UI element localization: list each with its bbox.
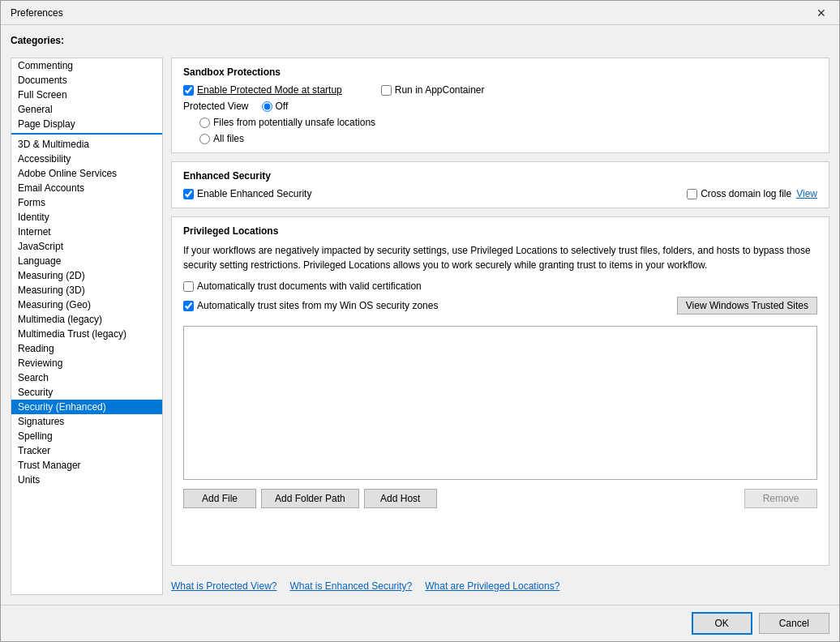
add-folder-button[interactable]: Add Folder Path [261, 489, 359, 508]
sidebar-item-multimedia-legacy[interactable]: Multimedia (legacy) [11, 312, 162, 327]
sidebar-item-internet[interactable]: Internet [11, 225, 162, 239]
sidebar-item-tracker[interactable]: Tracker [11, 443, 162, 458]
auto-trust-sites-checkbox[interactable] [183, 301, 194, 311]
sidebar-item-measuring-2d[interactable]: Measuring (2D) [11, 268, 162, 283]
add-host-button[interactable]: Add Host [364, 489, 437, 508]
sidebar-item-forms[interactable]: Forms [11, 195, 162, 210]
radio-all-row: All files [199, 133, 817, 144]
radio-unsafe-row: Files from potentially unsafe locations [199, 117, 817, 128]
enable-enhanced-label[interactable]: Enable Enhanced Security [183, 188, 311, 199]
sidebar-item-units[interactable]: Units [11, 473, 162, 487]
sidebar-item-security-enhanced[interactable]: Security (Enhanced) [11, 400, 162, 414]
main-content: Commenting Documents Full Screen General… [11, 58, 829, 595]
protected-view-label: Protected View [183, 101, 249, 112]
enable-enhanced-text: Enable Enhanced Security [197, 188, 311, 199]
help-links-row: What is Protected View? What is Enhanced… [171, 574, 829, 595]
sidebar-item-email-accounts[interactable]: Email Accounts [11, 181, 162, 195]
enable-protected-mode-label[interactable]: Enable Protected Mode at startup [183, 84, 342, 96]
enable-enhanced-checkbox[interactable] [183, 189, 194, 199]
ok-button[interactable]: OK [692, 612, 752, 635]
add-buttons-row: Add File Add Folder Path Add Host Remove [183, 489, 817, 508]
enhanced-security-help-link[interactable]: What is Enhanced Security? [290, 580, 413, 592]
sidebar: Commenting Documents Full Screen General… [11, 58, 163, 595]
add-file-button[interactable]: Add File [183, 489, 256, 508]
auto-trust-sites-text: Automatically trust sites from my Win OS… [197, 300, 438, 311]
auto-trust-sites-label[interactable]: Automatically trust sites from my Win OS… [183, 300, 438, 311]
sidebar-item-measuring-geo[interactable]: Measuring (Geo) [11, 297, 162, 312]
enable-protected-mode-checkbox[interactable] [183, 85, 194, 96]
enhanced-row: Enable Enhanced Security Cross domain lo… [183, 188, 817, 199]
close-button[interactable]: ✕ [813, 5, 829, 21]
content-panel: Sandbox Protections Enable Protected Mod… [171, 58, 829, 595]
radio-unsafe-text: Files from potentially unsafe locations [213, 117, 375, 128]
sidebar-item-spelling[interactable]: Spelling [11, 429, 162, 443]
privileged-locations-help-link[interactable]: What are Privileged Locations? [425, 580, 559, 592]
run-app-container-label[interactable]: Run in AppContainer [381, 84, 485, 96]
auto-trust-cert-row: Automatically trust documents with valid… [183, 280, 817, 292]
dialog-body: Categories: Commenting Documents Full Sc… [1, 25, 839, 605]
radio-all-label[interactable]: All files [199, 133, 244, 144]
sidebar-item-signatures[interactable]: Signatures [11, 414, 162, 429]
sandbox-title: Sandbox Protections [183, 66, 817, 78]
auto-trust-cert-label[interactable]: Automatically trust documents with valid… [183, 280, 422, 292]
sidebar-item-identity[interactable]: Identity [11, 210, 162, 225]
auto-trust-cert-checkbox[interactable] [183, 281, 194, 292]
sidebar-item-page-display[interactable]: Page Display [11, 117, 162, 135]
auto-trust-sites-row: Automatically trust sites from my Win OS… [183, 297, 817, 315]
radio-off-text: Off [276, 101, 289, 112]
radio-off[interactable] [262, 101, 272, 112]
enhanced-title: Enhanced Security [183, 170, 817, 182]
radio-unsafe-label[interactable]: Files from potentially unsafe locations [199, 117, 375, 128]
protected-view-row: Protected View Off [183, 101, 817, 112]
dialog-footer: OK Cancel [1, 605, 839, 641]
auto-trust-cert-text: Automatically trust documents with valid… [197, 280, 422, 292]
sidebar-item-commenting[interactable]: Commenting [11, 58, 162, 73]
cancel-button[interactable]: Cancel [759, 613, 829, 634]
sidebar-item-documents[interactable]: Documents [11, 73, 162, 88]
radio-unsafe[interactable] [199, 118, 210, 128]
radio-all-text: All files [213, 133, 244, 144]
remove-button[interactable]: Remove [744, 489, 817, 508]
view-link-button[interactable]: View [796, 188, 817, 199]
sidebar-item-reviewing[interactable]: Reviewing [11, 356, 162, 370]
cross-domain-text: Cross domain log file [701, 188, 791, 199]
sidebar-item-accessibility[interactable]: Accessibility [11, 152, 162, 166]
view-trusted-sites-button[interactable]: View Windows Trusted Sites [677, 297, 817, 315]
locations-textarea[interactable] [183, 326, 817, 480]
sandbox-row1: Enable Protected Mode at startup Run in … [183, 84, 817, 96]
cross-domain-label[interactable]: Cross domain log file [687, 188, 791, 199]
run-app-container-text: Run in AppContainer [395, 84, 485, 96]
sidebar-item-javascript[interactable]: JavaScript [11, 239, 162, 254]
sidebar-item-full-screen[interactable]: Full Screen [11, 88, 162, 102]
categories-label: Categories: [11, 35, 829, 46]
enhanced-section: Enhanced Security Enable Enhanced Securi… [171, 161, 829, 208]
radio-all[interactable] [199, 134, 210, 144]
sidebar-item-3d-multimedia[interactable]: 3D & Multimedia [11, 137, 162, 152]
sidebar-item-trust-manager[interactable]: Trust Manager [11, 458, 162, 473]
sidebar-item-security[interactable]: Security [11, 385, 162, 400]
privileged-description: If your workflows are negatively impacte… [183, 243, 817, 272]
sidebar-item-measuring-3d[interactable]: Measuring (3D) [11, 283, 162, 297]
preferences-dialog: Preferences ✕ Categories: Commenting Doc… [0, 0, 840, 642]
privileged-title: Privileged Locations [183, 225, 817, 237]
sidebar-item-multimedia-trust[interactable]: Multimedia Trust (legacy) [11, 327, 162, 341]
sidebar-item-search[interactable]: Search [11, 370, 162, 385]
sidebar-item-language[interactable]: Language [11, 254, 162, 268]
enable-protected-mode-text: Enable Protected Mode at startup [197, 84, 342, 96]
cross-domain-row: Cross domain log file View [687, 188, 817, 199]
sidebar-item-general[interactable]: General [11, 102, 162, 117]
dialog-title: Preferences [11, 7, 63, 19]
cross-domain-checkbox[interactable] [687, 189, 697, 199]
title-bar: Preferences ✕ [1, 1, 839, 25]
sandbox-section: Sandbox Protections Enable Protected Mod… [171, 58, 829, 153]
protected-view-help-link[interactable]: What is Protected View? [171, 580, 277, 592]
radio-off-label[interactable]: Off [262, 101, 289, 112]
run-app-container-checkbox[interactable] [381, 85, 392, 96]
sidebar-item-reading[interactable]: Reading [11, 341, 162, 356]
sidebar-item-adobe-online[interactable]: Adobe Online Services [11, 166, 162, 181]
privileged-section: Privileged Locations If your workflows a… [171, 216, 829, 566]
